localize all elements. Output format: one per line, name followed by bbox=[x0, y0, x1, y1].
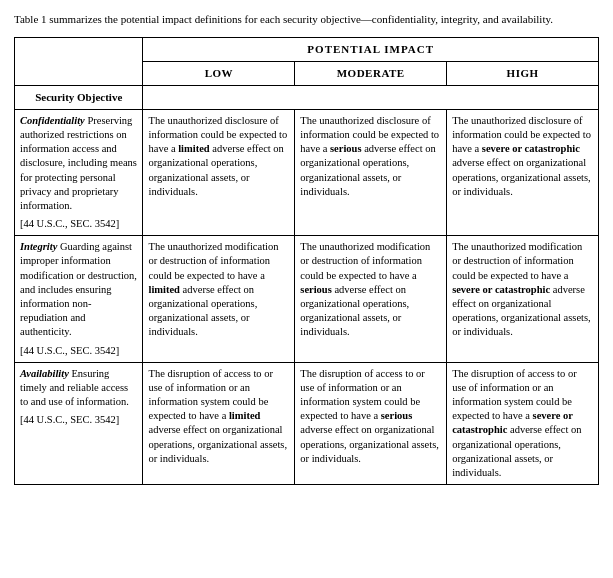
confidentiality-low-impact: The unauthorized disclosure of informati… bbox=[143, 109, 295, 235]
availability-low-bold: limited bbox=[229, 410, 261, 421]
table-row: Availability Ensuring timely and reliabl… bbox=[15, 362, 599, 484]
availability-high-bold: severe or catastrophic bbox=[452, 410, 573, 435]
table-row: Confidentiality Preserving authorized re… bbox=[15, 109, 599, 235]
low-column-header: LOW bbox=[143, 62, 295, 86]
availability-moderate-bold: serious bbox=[381, 410, 413, 421]
potential-impact-header: POTENTIAL IMPACT bbox=[143, 38, 599, 62]
availability-title: Availability bbox=[20, 368, 69, 379]
integrity-high-bold: severe or catastrophic bbox=[452, 284, 550, 295]
availability-moderate-impact: The disruption of access to or use of in… bbox=[295, 362, 447, 484]
integrity-low-impact: The unauthorized modification or destruc… bbox=[143, 236, 295, 362]
integrity-high-impact: The unauthorized modification or destruc… bbox=[447, 236, 599, 362]
table-caption: Table 1 summarizes the potential impact … bbox=[14, 12, 599, 27]
integrity-moderate-bold: serious bbox=[300, 284, 332, 295]
moderate-column-header: MODERATE bbox=[295, 62, 447, 86]
confidentiality-low-bold: limited bbox=[178, 143, 210, 154]
security-table: POTENTIAL IMPACTLOWMODERATEHIGHSecurity … bbox=[14, 37, 599, 485]
confidentiality-citation: [44 U.S.C., SEC. 3542] bbox=[20, 217, 137, 231]
security-objective-cell-confidentiality: Confidentiality Preserving authorized re… bbox=[15, 109, 143, 235]
security-objective-cell-integrity: Integrity Guarding against improper info… bbox=[15, 236, 143, 362]
availability-citation: [44 U.S.C., SEC. 3542] bbox=[20, 413, 137, 427]
integrity-citation: [44 U.S.C., SEC. 3542] bbox=[20, 344, 137, 358]
availability-low-impact: The disruption of access to or use of in… bbox=[143, 362, 295, 484]
integrity-title: Integrity bbox=[20, 241, 57, 252]
table-row: Integrity Guarding against improper info… bbox=[15, 236, 599, 362]
availability-high-impact: The disruption of access to or use of in… bbox=[447, 362, 599, 484]
security-objective-cell-availability: Availability Ensuring timely and reliabl… bbox=[15, 362, 143, 484]
confidentiality-title: Confidentiality bbox=[20, 115, 85, 126]
high-column-header: HIGH bbox=[447, 62, 599, 86]
confidentiality-moderate-impact: The unauthorized disclosure of informati… bbox=[295, 109, 447, 235]
confidentiality-high-bold: severe or catastrophic bbox=[482, 143, 580, 154]
integrity-low-bold: limited bbox=[148, 284, 180, 295]
confidentiality-high-impact: The unauthorized disclosure of informati… bbox=[447, 109, 599, 235]
integrity-moderate-impact: The unauthorized modification or destruc… bbox=[295, 236, 447, 362]
confidentiality-moderate-bold: serious bbox=[330, 143, 362, 154]
security-objective-column-header: Security Objective bbox=[15, 86, 143, 110]
